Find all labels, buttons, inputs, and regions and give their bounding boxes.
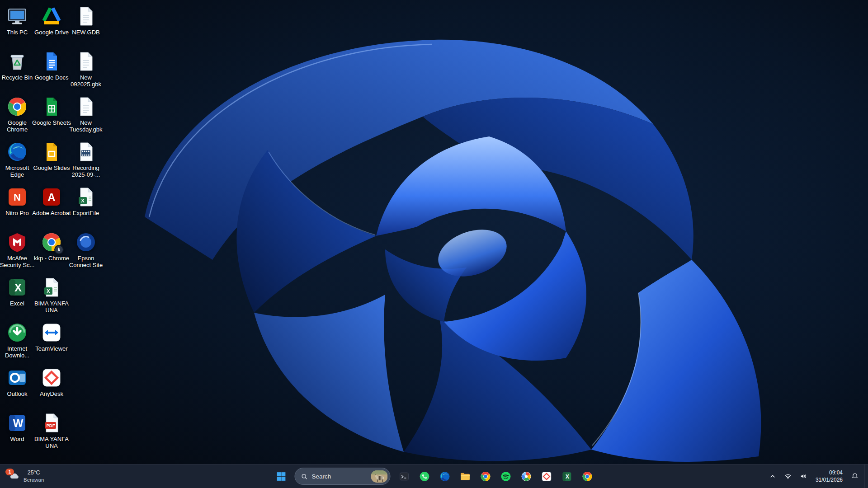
desktop-icon-bima-yanfa-una-xlsx[interactable]: X BIMA YANFA UNA bbox=[30, 277, 73, 314]
google-slides-icon bbox=[41, 141, 62, 163]
excel-file-icon: X bbox=[75, 186, 97, 208]
wallpaper-image bbox=[0, 0, 868, 465]
svg-text:X: X bbox=[81, 198, 85, 203]
weather-temperature: 25°C bbox=[24, 469, 44, 477]
edge-icon bbox=[439, 471, 450, 482]
weather-widget[interactable]: 1 25°C Berawan bbox=[2, 466, 50, 486]
network-button[interactable] bbox=[781, 467, 795, 485]
taskbar-center: Search bbox=[272, 465, 597, 488]
video-file-icon bbox=[75, 141, 97, 163]
pinned-anydesk[interactable] bbox=[537, 467, 556, 486]
pinned-whatsapp[interactable] bbox=[415, 467, 434, 486]
search-placeholder: Search bbox=[312, 473, 331, 480]
svg-text:X: X bbox=[14, 282, 22, 294]
desktop-icon-anydesk[interactable]: AnyDesk bbox=[30, 367, 73, 397]
profile-badge: k bbox=[54, 245, 64, 254]
taskbar: 1 25°C Berawan Search bbox=[0, 464, 868, 488]
clock-date: 31/01/2026 bbox=[816, 476, 843, 483]
tray-overflow-button[interactable] bbox=[765, 467, 780, 485]
svg-text:PDF: PDF bbox=[47, 423, 55, 428]
mcafee-shield-icon bbox=[6, 231, 28, 253]
adobe-acrobat-icon: A bbox=[41, 186, 62, 208]
wifi-icon bbox=[784, 472, 792, 480]
this-pc-icon bbox=[6, 5, 28, 27]
weather-text: 25°C Berawan bbox=[24, 469, 44, 483]
document-file-icon bbox=[75, 5, 97, 27]
terminal-icon bbox=[398, 471, 410, 482]
outlook-icon bbox=[6, 367, 28, 389]
pinned-terminal[interactable] bbox=[395, 467, 414, 486]
pinned-photos[interactable] bbox=[517, 467, 536, 486]
google-drive-icon bbox=[41, 5, 62, 27]
desktop-icon-new-tuesday-gbk[interactable]: New Tuesday.gbk bbox=[64, 96, 108, 133]
chrome-profile-icon: k bbox=[41, 231, 62, 253]
search-icon bbox=[301, 473, 308, 480]
excel-icon: X bbox=[561, 471, 572, 482]
svg-text:X: X bbox=[47, 288, 50, 294]
nitro-pro-icon: N bbox=[6, 186, 28, 208]
edge-icon bbox=[6, 141, 28, 163]
teamviewer-icon bbox=[41, 322, 62, 343]
weather-condition: Berawan bbox=[24, 477, 44, 483]
pinned-chrome-secondary[interactable] bbox=[578, 467, 597, 486]
search-daily-image bbox=[371, 470, 388, 483]
desktop-icon-recording[interactable]: Recording 2025-09-... bbox=[64, 141, 108, 178]
anydesk-icon bbox=[41, 367, 62, 389]
excel-file-icon: X bbox=[41, 277, 62, 298]
bell-icon bbox=[851, 472, 859, 480]
screen: This PC Recycle Bin Google Chrome Micros… bbox=[0, 0, 868, 488]
spotify-icon bbox=[500, 471, 511, 482]
start-button[interactable] bbox=[272, 467, 291, 486]
desktop-icon-new-092025-gbk[interactable]: New 092025.gbk bbox=[64, 51, 108, 88]
chrome-icon bbox=[581, 471, 593, 482]
notification-center-button[interactable] bbox=[848, 467, 862, 485]
pdf-file-icon: PDF bbox=[41, 412, 62, 434]
notification-count-badge: 1 bbox=[5, 469, 14, 475]
recycle-bin-icon bbox=[6, 51, 28, 72]
desktop-icon-bima-yanfa-una-pdf[interactable]: PDF BIMA YANFA UNA bbox=[30, 412, 73, 450]
svg-text:X: X bbox=[565, 474, 569, 480]
photos-icon bbox=[520, 471, 532, 482]
epson-connect-icon bbox=[75, 231, 97, 253]
svg-text:A: A bbox=[47, 191, 55, 203]
pinned-excel[interactable]: X bbox=[557, 467, 576, 486]
desktop-icon-epson-connect[interactable]: Epson Connect Site bbox=[64, 231, 108, 269]
windows-logo-icon bbox=[275, 471, 287, 482]
google-sheets-icon bbox=[41, 96, 62, 117]
document-file-icon bbox=[75, 51, 97, 72]
whatsapp-icon bbox=[419, 471, 430, 482]
desktop-icon-new-gdb[interactable]: NEW.GDB bbox=[64, 5, 108, 36]
volume-button[interactable] bbox=[796, 467, 811, 485]
anydesk-icon bbox=[541, 471, 552, 482]
taskbar-left: 1 25°C Berawan bbox=[2, 465, 50, 488]
clock-time: 09:04 bbox=[829, 469, 843, 476]
folder-icon bbox=[459, 471, 471, 482]
chrome-icon bbox=[480, 471, 491, 482]
pinned-edge[interactable] bbox=[435, 467, 454, 486]
desktop-icon-exportfile[interactable]: X ExportFile bbox=[64, 186, 108, 216]
search-box[interactable]: Search bbox=[295, 468, 391, 485]
idm-icon bbox=[6, 322, 28, 343]
pinned-apps: X bbox=[395, 467, 597, 486]
svg-text:N: N bbox=[14, 192, 21, 203]
word-icon: W bbox=[6, 412, 28, 434]
chevron-up-icon bbox=[769, 472, 777, 480]
excel-icon: X bbox=[6, 277, 28, 298]
document-file-icon bbox=[75, 96, 97, 117]
pinned-chrome[interactable] bbox=[476, 467, 495, 486]
speaker-icon bbox=[799, 472, 807, 480]
pinned-file-explorer[interactable] bbox=[456, 467, 475, 486]
google-docs-icon bbox=[41, 51, 62, 72]
system-tray: 09:04 31/01/2026 bbox=[765, 465, 868, 488]
pinned-spotify[interactable] bbox=[496, 467, 515, 486]
clock-widget[interactable]: 09:04 31/01/2026 bbox=[811, 466, 847, 486]
desktop-surface[interactable]: This PC Recycle Bin Google Chrome Micros… bbox=[0, 0, 868, 465]
desktop-icon-teamviewer[interactable]: TeamViewer bbox=[30, 322, 73, 352]
show-desktop-button[interactable] bbox=[864, 465, 867, 488]
svg-text:W: W bbox=[13, 417, 24, 429]
chrome-icon bbox=[6, 96, 28, 117]
